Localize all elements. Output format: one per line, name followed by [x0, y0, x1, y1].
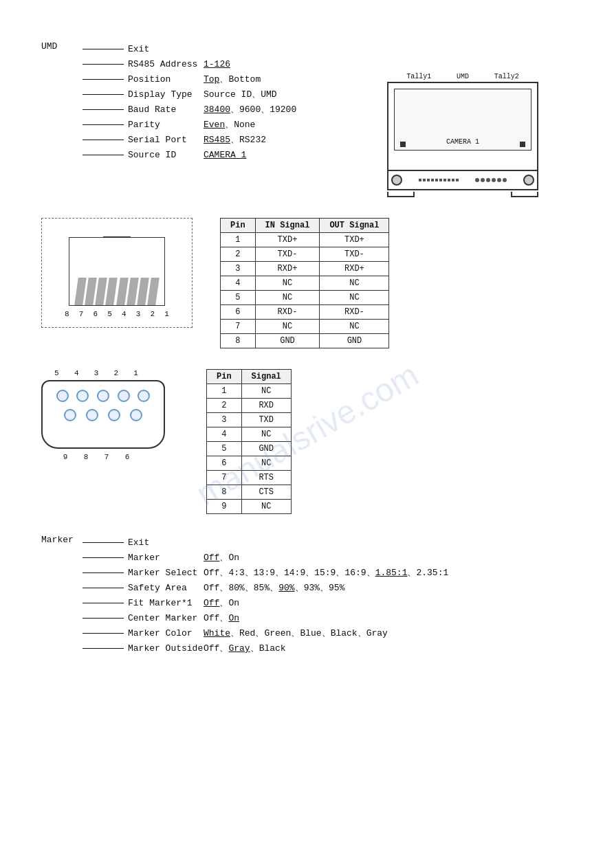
marker-row-marker: Marker Off、On: [83, 550, 573, 565]
db9-num-7: 7: [105, 453, 109, 461]
foot-right: [511, 192, 538, 197]
marker-val-fitmarker: Off、On: [204, 597, 239, 609]
tally2-label: Tally2: [494, 73, 519, 80]
marker-val-safety: Off、80%、85%、90%、93%、95%: [204, 581, 344, 594]
rj45-body: [69, 237, 165, 306]
umd-key-position: Position: [128, 74, 204, 85]
db9-table: Pin Signal 1NC 2RXD 3TXD 4NC 5GND 6NC 7R…: [206, 369, 292, 514]
tree-line-fitmarker: [83, 603, 124, 603]
marker-val-select: Off、4:3、13:9、14:9、15:9、16:9、1.85:1、2.35:…: [204, 566, 448, 579]
db9-row1: [43, 381, 164, 402]
table-row: 4NCNC: [221, 276, 389, 291]
db9-pin-3-circle: [97, 390, 109, 402]
umd-key-parity: Parity: [128, 120, 204, 130]
umd-val-parity: Even、None: [204, 118, 255, 131]
db9-col-signal: Signal: [241, 370, 291, 384]
table-row: 2TXD-TXD-: [221, 247, 389, 262]
btn-dot-5: [435, 179, 438, 181]
pin-num-6: 6: [94, 310, 98, 318]
tree-line-baudrate: [83, 109, 124, 110]
umd-row-exit: Exit: [83, 41, 573, 56]
btn-dot-3: [427, 179, 430, 181]
umd-val-sourceid: CAMERA 1: [204, 150, 246, 160]
marker-section: Marker Exit Marker Off、On Marker Select …: [41, 535, 573, 656]
pin-num-8: 8: [65, 310, 69, 318]
round-btn-3: [486, 178, 490, 182]
umd-val-serialport: RS485、RS232: [204, 133, 266, 146]
pin-num-7: 7: [79, 310, 84, 318]
round-btn-1: [475, 178, 479, 182]
table-row: 6NC: [207, 456, 292, 471]
pin-num-2: 2: [151, 310, 155, 318]
table-row: 3RXD+RXD+: [221, 262, 389, 276]
rj45-pin-8: [148, 278, 160, 305]
btn-dot-2: [423, 179, 426, 181]
marker-key-center: Center Marker: [128, 613, 204, 623]
tally-left-dot: [400, 142, 406, 147]
table-row: 9NC: [207, 500, 292, 514]
marker-row-select: Marker Select Off、4:3、13:9、14:9、15:9、16:…: [83, 565, 573, 580]
table-row: 1TXD+TXD+: [221, 233, 389, 247]
monitor-controls: [387, 171, 538, 190]
tally-right-dot: [520, 142, 525, 147]
umd-label: UMD: [41, 41, 57, 52]
umd-val-rs485: 1-126: [204, 59, 230, 69]
marker-row-safety: Safety Area Off、80%、85%、90%、93%、95%: [83, 580, 573, 595]
marker-row-center: Center Marker Off、On: [83, 610, 573, 625]
rj45-diagram: 8 7 6 5 4 3 2 1: [41, 218, 193, 328]
db9-top-numbers: 5 4 3 2 1: [41, 369, 151, 377]
db9-section: 5 4 3 2 1: [41, 369, 573, 514]
table-row: 6RXD-RXD-: [221, 305, 389, 320]
marker-row-exit: Exit: [83, 535, 573, 550]
tree-line-parity: [83, 124, 124, 125]
rj45-numbers: 8 7 6 5 4 3 2 1: [52, 310, 182, 318]
pin-num-3: 3: [136, 310, 141, 318]
table-row: 8CTS: [207, 485, 292, 500]
marker-val-center: Off、On: [204, 612, 239, 624]
db9-pin-6-circle: [130, 409, 142, 421]
btn-dot-9: [452, 179, 454, 181]
marker-row-color: Marker Color White、Red、Green、Blue、Black、…: [83, 625, 573, 641]
camera-label: CAMERA 1: [446, 138, 479, 146]
page: manualsrive.com UMD Exit RS485 Address 1…: [0, 0, 614, 868]
tree-line-position: [83, 79, 124, 80]
pin-num-4: 4: [122, 310, 127, 318]
marker-val-marker: Off、On: [204, 551, 239, 564]
round-btn-4: [492, 178, 496, 182]
tree-line-center: [83, 618, 124, 619]
tree-line-marker: [83, 557, 124, 558]
db9-num-1: 1: [133, 369, 138, 377]
marker-tree: Exit Marker Off、On Marker Select Off、4:3…: [83, 535, 573, 656]
left-knob: [391, 175, 402, 186]
db9-num-9: 9: [63, 453, 68, 461]
tree-line-sourceid: [83, 155, 124, 155]
umd-key-exit: Exit: [128, 44, 204, 54]
table-row: 1NC: [207, 384, 292, 399]
monitor-box: CAMERA 1: [387, 82, 538, 171]
tree-line-displaytype: [83, 94, 124, 95]
db9-row2: [43, 402, 164, 421]
db9-num-5: 5: [54, 369, 59, 377]
table-row: 8GNDGND: [221, 334, 389, 348]
btn-dot-6: [439, 179, 442, 181]
db9-diagram: 5 4 3 2 1: [41, 369, 179, 461]
tree-line-exit-m: [83, 542, 124, 543]
db9-table-container: Pin Signal 1NC 2RXD 3TXD 4NC 5GND 6NC 7R…: [206, 369, 292, 514]
round-btn-5: [497, 178, 501, 182]
db9-col-pin: Pin: [207, 370, 242, 384]
monitor-screen: CAMERA 1: [394, 89, 531, 151]
marker-key-exit: Exit: [128, 537, 204, 548]
rj45-section: 8 7 6 5 4 3 2 1 Pin IN Signal OUT Signal: [41, 218, 573, 348]
umd-val-position: Top、Bottom: [204, 73, 261, 85]
marker-val-outside: Off、Gray、Black: [204, 642, 286, 654]
db9-num-8: 8: [84, 453, 89, 461]
marker-key-outside: Marker Outside: [128, 643, 204, 654]
tree-line-rs485: [83, 64, 124, 65]
tree-line-select: [83, 572, 124, 573]
rj45-pin-4: [106, 278, 118, 305]
db9-num-4: 4: [74, 369, 79, 377]
pin-num-5: 5: [107, 310, 112, 318]
tree-line-color: [83, 633, 124, 634]
db9-num-3: 3: [94, 369, 99, 377]
umd-val-displaytype: Source ID、UMD: [204, 88, 277, 100]
